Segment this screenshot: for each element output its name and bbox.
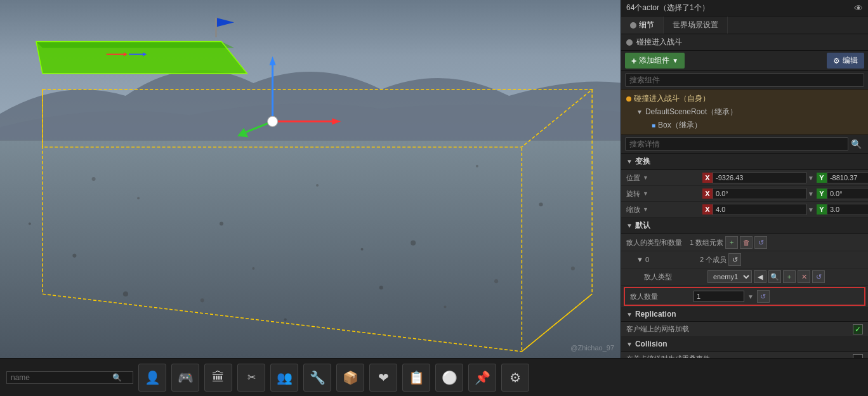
toolbar-btn-building[interactable]: 🏛 bbox=[204, 364, 232, 392]
enemy-type-left[interactable]: ◀ bbox=[754, 270, 766, 283]
search-details-button[interactable]: 🔍 bbox=[848, 139, 864, 149]
right-panel: 64个actor（选择了1个） 👁 细节 世界场景设置 碰撞进入战斗 + 添加组… bbox=[621, 0, 868, 358]
position-label[interactable]: 位置 ▼ bbox=[626, 173, 702, 183]
tab-dot-details bbox=[630, 22, 636, 29]
svg-point-9 bbox=[72, 254, 76, 258]
sub-reset-button[interactable]: ↺ bbox=[728, 253, 741, 266]
toolbar-btn-people[interactable]: 👥 bbox=[270, 364, 298, 392]
add-component-arrow: ▼ bbox=[672, 57, 678, 64]
rotation-y-field: Y ▼ bbox=[817, 188, 868, 199]
collision-section-header[interactable]: ▼ Collision bbox=[621, 337, 868, 352]
rotation-label[interactable]: 旋转 ▼ bbox=[626, 189, 702, 199]
position-y-input[interactable] bbox=[827, 172, 868, 183]
default-section-header[interactable]: ▼ 默认 bbox=[621, 218, 868, 234]
generate-overlap-row: 在关卡流送时生成重叠事件 bbox=[621, 352, 868, 358]
transform-label: 变换 bbox=[635, 156, 650, 167]
svg-point-12 bbox=[444, 305, 446, 308]
default-collapse-icon: ▼ bbox=[626, 222, 633, 229]
svg-point-18 bbox=[201, 298, 204, 302]
replication-collapse-icon: ▼ bbox=[626, 311, 633, 318]
scale-arrow: ▼ bbox=[643, 206, 648, 213]
transform-section-header[interactable]: ▼ 变换 bbox=[621, 154, 868, 170]
enemy-del-button[interactable]: 🗑 bbox=[740, 236, 753, 249]
svg-point-5 bbox=[316, 184, 319, 187]
toolbar-btn-scissors[interactable]: ✂ bbox=[237, 364, 265, 392]
scale-y-field: Y ▼ bbox=[817, 204, 868, 215]
collision-collapse-icon: ▼ bbox=[626, 341, 633, 348]
position-y-label: Y bbox=[817, 173, 827, 183]
bottom-toolbar: 🔍 👤 🎮 🏛 ✂ 👥 🔧 📦 ❤ 📋 ⚪ 📌 ⚙ bbox=[0, 358, 868, 396]
client-load-checkbox[interactable]: ✓ bbox=[853, 324, 863, 334]
bottom-search-input[interactable] bbox=[11, 373, 112, 382]
edit-button[interactable]: ⚙ 编辑 bbox=[827, 53, 864, 69]
component-children: ▼ DefaultSceneRoot（继承） ■ Box（继承） bbox=[636, 105, 863, 132]
toolbar-btn-heart[interactable]: ❤ bbox=[369, 364, 397, 392]
rotation-x-input[interactable] bbox=[713, 188, 806, 199]
toolbar-btn-character[interactable]: 👤 bbox=[138, 364, 166, 392]
enemy-type-add[interactable]: + bbox=[783, 270, 796, 283]
search-details-row: 🔍 bbox=[621, 135, 868, 154]
panel-header: 64个actor（选择了1个） 👁 bbox=[621, 0, 868, 16]
scale-y-input[interactable] bbox=[827, 204, 868, 215]
enemy-add-button[interactable]: + bbox=[725, 236, 738, 249]
enemy-type-select[interactable]: enemy1 bbox=[707, 270, 752, 283]
enemy-count-input[interactable] bbox=[694, 291, 744, 302]
tab-details[interactable]: 细节 bbox=[621, 16, 664, 34]
enemy-count-arrow[interactable]: ▼ bbox=[746, 293, 755, 300]
toolbar-btn-gear[interactable]: ⚙ bbox=[501, 364, 529, 392]
add-component-plus: + bbox=[631, 56, 636, 66]
enemy-sub-label: ▼ 0 bbox=[636, 256, 700, 263]
position-x-arrow[interactable]: ▼ bbox=[806, 175, 815, 182]
search-component-input[interactable] bbox=[625, 73, 864, 87]
add-component-button[interactable]: + 添加组件 ▼ bbox=[625, 53, 685, 69]
enemy-count-reset[interactable]: ↺ bbox=[757, 290, 770, 303]
scale-x-arrow[interactable]: ▼ bbox=[806, 206, 815, 213]
position-x-input[interactable] bbox=[713, 172, 806, 183]
enter-battle-row: 碰撞进入战斗 bbox=[621, 34, 868, 51]
toolbar-btn-gamepad[interactable]: 🎮 bbox=[171, 364, 199, 392]
enemy-types-values: 1 数组元素 + 🗑 ↺ bbox=[690, 236, 863, 249]
svg-point-19 bbox=[361, 248, 364, 251]
position-y-field: Y ▼ bbox=[817, 172, 868, 183]
svg-point-10 bbox=[252, 267, 254, 270]
properties-area[interactable]: 🔍 ▼ 变换 位置 ▼ X ▼ bbox=[621, 135, 868, 358]
enemy-reset-button[interactable]: ↺ bbox=[754, 236, 767, 249]
scale-x-field: X ▼ bbox=[702, 204, 815, 215]
component-root[interactable]: 碰撞进入战斗（自身） bbox=[626, 92, 863, 105]
toolbar-btn-pin[interactable]: 📌 bbox=[468, 364, 496, 392]
svg-point-3 bbox=[137, 197, 140, 199]
edit-gear-icon: ⚙ bbox=[833, 56, 840, 65]
scale-x-input[interactable] bbox=[713, 204, 806, 215]
tree-arrow1: ▼ bbox=[636, 109, 643, 116]
position-values: X ▼ Y ▼ Z ▼ bbox=[702, 172, 868, 183]
toolbar-btn-clipboard[interactable]: 📋 bbox=[402, 364, 430, 392]
search-details-input[interactable] bbox=[625, 137, 848, 151]
replication-section-header[interactable]: ▼ Replication bbox=[621, 307, 868, 322]
svg-point-8 bbox=[539, 202, 543, 206]
collision-label: Collision bbox=[635, 340, 667, 348]
enemy-count-label: 敌人数量 bbox=[630, 292, 694, 301]
rotation-y-input[interactable] bbox=[827, 188, 868, 199]
enemy-count-values: ▼ ↺ bbox=[694, 290, 859, 303]
scale-values: X ▼ Y ▼ Z ▼ bbox=[702, 204, 868, 215]
toolbar-btn-sphere[interactable]: ⚪ bbox=[435, 364, 463, 392]
visibility-icon[interactable]: 👁 bbox=[854, 3, 863, 13]
component-tree: 碰撞进入战斗（自身） ▼ DefaultSceneRoot（继承） ■ Box（… bbox=[621, 89, 868, 135]
enemy-type-del[interactable]: ✕ bbox=[798, 270, 810, 283]
rotation-x-label: X bbox=[702, 188, 713, 199]
toolbar-btn-box[interactable]: 📦 bbox=[336, 364, 364, 392]
component-child1[interactable]: ▼ DefaultSceneRoot（继承） bbox=[636, 105, 863, 119]
scale-label[interactable]: 缩放 ▼ bbox=[626, 205, 702, 214]
svg-point-6 bbox=[411, 241, 416, 246]
enemy-type-reset[interactable]: ↺ bbox=[812, 270, 825, 283]
bottom-search-icon[interactable]: 🔍 bbox=[112, 373, 122, 382]
viewport[interactable]: @Zhichao_97 bbox=[0, 0, 621, 358]
rotation-row: 旋转 ▼ X ▼ Y ▼ Z bbox=[621, 186, 868, 202]
toolbar-row: + 添加组件 ▼ ⚙ 编辑 bbox=[621, 51, 868, 71]
component-child2-label: Box（继承） bbox=[658, 120, 702, 131]
component-child2[interactable]: ■ Box（继承） bbox=[636, 119, 863, 132]
tab-world-settings[interactable]: 世界场景设置 bbox=[664, 16, 728, 34]
toolbar-btn-wrench[interactable]: 🔧 bbox=[303, 364, 331, 392]
enemy-type-search[interactable]: 🔍 bbox=[768, 270, 781, 283]
rotation-x-arrow[interactable]: ▼ bbox=[806, 190, 815, 197]
